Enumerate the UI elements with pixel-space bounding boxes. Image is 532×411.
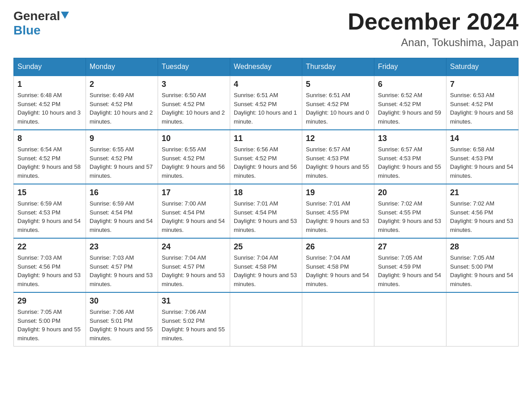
- day-number: 25: [234, 242, 298, 252]
- col-friday: Friday: [374, 58, 446, 76]
- day-info: Sunrise: 7:04 AM Sunset: 4:58 PM Dayligh…: [234, 253, 298, 288]
- day-info: Sunrise: 7:05 AM Sunset: 4:59 PM Dayligh…: [378, 253, 442, 288]
- svg-marker-0: [61, 12, 69, 19]
- day-info: Sunrise: 6:52 AM Sunset: 4:52 PM Dayligh…: [378, 91, 442, 126]
- calendar-cell: 6 Sunrise: 6:52 AM Sunset: 4:52 PM Dayli…: [374, 76, 446, 130]
- day-info: Sunrise: 7:04 AM Sunset: 4:58 PM Dayligh…: [306, 253, 370, 288]
- day-info: Sunrise: 7:02 AM Sunset: 4:55 PM Dayligh…: [378, 199, 442, 234]
- day-number: 24: [162, 242, 226, 252]
- calendar-cell: 19 Sunrise: 7:01 AM Sunset: 4:55 PM Dayl…: [302, 184, 374, 238]
- week-row-4: 22 Sunrise: 7:03 AM Sunset: 4:56 PM Dayl…: [14, 238, 519, 292]
- day-number: 21: [450, 188, 515, 197]
- calendar-cell: 8 Sunrise: 6:54 AM Sunset: 4:52 PM Dayli…: [14, 130, 86, 184]
- day-number: 15: [17, 188, 82, 197]
- calendar-cell: 21 Sunrise: 7:02 AM Sunset: 4:56 PM Dayl…: [446, 184, 519, 238]
- logo-general-text: General: [13, 9, 60, 23]
- day-number: 7: [450, 80, 515, 89]
- calendar-cell: 28 Sunrise: 7:05 AM Sunset: 5:00 PM Dayl…: [446, 238, 519, 292]
- page-header: General Blue December 2024 Anan, Tokushi…: [13, 9, 519, 49]
- day-number: 5: [306, 80, 370, 89]
- week-row-1: 1 Sunrise: 6:48 AM Sunset: 4:52 PM Dayli…: [14, 76, 519, 130]
- week-row-2: 8 Sunrise: 6:54 AM Sunset: 4:52 PM Dayli…: [14, 130, 519, 184]
- calendar-cell: 12 Sunrise: 6:57 AM Sunset: 4:53 PM Dayl…: [302, 130, 374, 184]
- calendar-cell: 27 Sunrise: 7:05 AM Sunset: 4:59 PM Dayl…: [374, 238, 446, 292]
- calendar-cell: 7 Sunrise: 6:53 AM Sunset: 4:52 PM Dayli…: [446, 76, 519, 130]
- calendar-title: December 2024: [348, 9, 519, 34]
- calendar-cell: [230, 292, 302, 347]
- day-info: Sunrise: 7:02 AM Sunset: 4:56 PM Dayligh…: [450, 199, 515, 234]
- day-number: 30: [90, 296, 154, 306]
- day-number: 10: [162, 134, 226, 143]
- day-info: Sunrise: 6:53 AM Sunset: 4:52 PM Dayligh…: [450, 91, 515, 126]
- day-info: Sunrise: 6:49 AM Sunset: 4:52 PM Dayligh…: [90, 91, 154, 126]
- day-number: 1: [17, 80, 82, 89]
- calendar-cell: 18 Sunrise: 7:01 AM Sunset: 4:54 PM Dayl…: [230, 184, 302, 238]
- calendar-cell: 25 Sunrise: 7:04 AM Sunset: 4:58 PM Dayl…: [230, 238, 302, 292]
- calendar-cell: 4 Sunrise: 6:51 AM Sunset: 4:52 PM Dayli…: [230, 76, 302, 130]
- day-number: 26: [306, 242, 370, 252]
- day-info: Sunrise: 7:03 AM Sunset: 4:57 PM Dayligh…: [90, 253, 154, 288]
- calendar-subtitle: Anan, Tokushima, Japan: [348, 36, 519, 49]
- calendar-cell: 14 Sunrise: 6:58 AM Sunset: 4:53 PM Dayl…: [446, 130, 519, 184]
- calendar-cell: 2 Sunrise: 6:49 AM Sunset: 4:52 PM Dayli…: [86, 76, 158, 130]
- day-info: Sunrise: 6:57 AM Sunset: 4:53 PM Dayligh…: [306, 145, 370, 180]
- day-number: 29: [17, 296, 82, 306]
- calendar-cell: 20 Sunrise: 7:02 AM Sunset: 4:55 PM Dayl…: [374, 184, 446, 238]
- day-info: Sunrise: 7:01 AM Sunset: 4:55 PM Dayligh…: [306, 199, 370, 234]
- day-number: 31: [162, 296, 226, 306]
- calendar-cell: 29 Sunrise: 7:05 AM Sunset: 5:00 PM Dayl…: [14, 292, 86, 347]
- calendar-cell: 22 Sunrise: 7:03 AM Sunset: 4:56 PM Dayl…: [14, 238, 86, 292]
- day-info: Sunrise: 6:57 AM Sunset: 4:53 PM Dayligh…: [378, 145, 442, 180]
- day-info: Sunrise: 7:06 AM Sunset: 5:01 PM Dayligh…: [90, 308, 154, 342]
- day-info: Sunrise: 7:03 AM Sunset: 4:56 PM Dayligh…: [17, 253, 82, 288]
- calendar-cell: 13 Sunrise: 6:57 AM Sunset: 4:53 PM Dayl…: [374, 130, 446, 184]
- col-sunday: Sunday: [14, 58, 86, 76]
- day-number: 3: [162, 80, 226, 89]
- day-info: Sunrise: 6:51 AM Sunset: 4:52 PM Dayligh…: [306, 91, 370, 126]
- day-info: Sunrise: 6:59 AM Sunset: 4:53 PM Dayligh…: [17, 199, 82, 234]
- col-wednesday: Wednesday: [230, 58, 302, 76]
- title-section: December 2024 Anan, Tokushima, Japan: [348, 9, 519, 49]
- day-number: 17: [162, 188, 226, 197]
- calendar-cell: 26 Sunrise: 7:04 AM Sunset: 4:58 PM Dayl…: [302, 238, 374, 292]
- day-number: 27: [378, 242, 442, 252]
- day-info: Sunrise: 6:56 AM Sunset: 4:52 PM Dayligh…: [234, 145, 298, 180]
- calendar-cell: 11 Sunrise: 6:56 AM Sunset: 4:52 PM Dayl…: [230, 130, 302, 184]
- logo: General Blue: [13, 9, 69, 38]
- day-info: Sunrise: 6:58 AM Sunset: 4:53 PM Dayligh…: [450, 145, 515, 180]
- calendar-cell: 1 Sunrise: 6:48 AM Sunset: 4:52 PM Dayli…: [14, 76, 86, 130]
- day-info: Sunrise: 6:51 AM Sunset: 4:52 PM Dayligh…: [234, 91, 298, 126]
- day-info: Sunrise: 7:06 AM Sunset: 5:02 PM Dayligh…: [162, 308, 226, 342]
- calendar-cell: [446, 292, 519, 347]
- col-tuesday: Tuesday: [158, 58, 230, 76]
- calendar-cell: 30 Sunrise: 7:06 AM Sunset: 5:01 PM Dayl…: [86, 292, 158, 347]
- day-number: 19: [306, 188, 370, 197]
- day-number: 2: [90, 80, 154, 89]
- calendar-cell: 10 Sunrise: 6:55 AM Sunset: 4:52 PM Dayl…: [158, 130, 230, 184]
- calendar-cell: 5 Sunrise: 6:51 AM Sunset: 4:52 PM Dayli…: [302, 76, 374, 130]
- day-number: 18: [234, 188, 298, 197]
- day-info: Sunrise: 6:55 AM Sunset: 4:52 PM Dayligh…: [90, 145, 154, 180]
- day-number: 12: [306, 134, 370, 143]
- day-info: Sunrise: 6:59 AM Sunset: 4:54 PM Dayligh…: [90, 199, 154, 234]
- day-number: 14: [450, 134, 515, 143]
- day-number: 23: [90, 242, 154, 252]
- col-monday: Monday: [86, 58, 158, 76]
- header-row: Sunday Monday Tuesday Wednesday Thursday…: [14, 58, 519, 76]
- day-number: 8: [17, 134, 82, 143]
- day-info: Sunrise: 6:54 AM Sunset: 4:52 PM Dayligh…: [17, 145, 82, 180]
- logo-blue-text: Blue: [13, 23, 41, 37]
- day-number: 11: [234, 134, 298, 143]
- calendar-cell: [302, 292, 374, 347]
- day-number: 13: [378, 134, 442, 143]
- day-info: Sunrise: 6:55 AM Sunset: 4:52 PM Dayligh…: [162, 145, 226, 180]
- day-info: Sunrise: 7:01 AM Sunset: 4:54 PM Dayligh…: [234, 199, 298, 234]
- calendar-cell: [374, 292, 446, 347]
- calendar-cell: 16 Sunrise: 6:59 AM Sunset: 4:54 PM Dayl…: [86, 184, 158, 238]
- col-saturday: Saturday: [446, 58, 519, 76]
- day-number: 28: [450, 242, 515, 252]
- calendar-cell: 24 Sunrise: 7:04 AM Sunset: 4:57 PM Dayl…: [158, 238, 230, 292]
- day-info: Sunrise: 7:04 AM Sunset: 4:57 PM Dayligh…: [162, 253, 226, 288]
- day-info: Sunrise: 7:05 AM Sunset: 5:00 PM Dayligh…: [17, 308, 82, 342]
- day-number: 16: [90, 188, 154, 197]
